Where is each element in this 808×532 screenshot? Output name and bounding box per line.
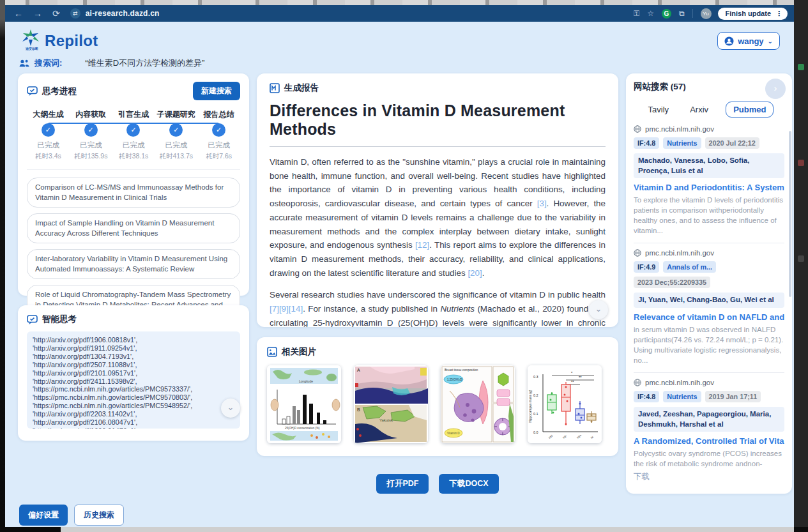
step-label: 内容获取 <box>70 109 112 120</box>
extensions-puzzle-icon[interactable]: ⧉ <box>679 9 685 18</box>
logo-caption: 迪安诊断 <box>19 47 45 50</box>
password-key-icon[interactable]: ⚿ <box>634 9 639 18</box>
topic-pill[interactable]: Comparison of LC-MS/MS and Immunoassay M… <box>27 178 240 208</box>
step-complete-check-icon: ✓ <box>212 123 225 137</box>
result-domain: pmc.ncbi.nlm.nih.gov <box>634 125 784 133</box>
citation-link[interactable]: [20] <box>468 268 482 278</box>
site-info-icon[interactable]: ⇄ <box>70 8 80 19</box>
result-title-link[interactable]: A Randomized, Controlled Trial of Vitami… <box>634 436 784 446</box>
tab-arxiv[interactable]: Arxiv <box>686 102 712 117</box>
result-snippet: Polycystic ovary syndrome (PCOS) increas… <box>634 449 784 469</box>
open-pdf-button[interactable]: 打开PDF <box>376 474 429 494</box>
url-log-box: 'http://arxiv.org/pdf/1906.00818v1','htt… <box>27 331 240 429</box>
tab-pubmed[interactable]: Pubmed <box>726 102 774 118</box>
url-log-line: 'http://arxiv.org/pdf/2507.11088v1', <box>33 361 234 369</box>
step-status: 已完成 <box>27 141 70 150</box>
journal-badge: Nutrients <box>663 137 701 149</box>
thumbnail-world-map-bar-chart[interactable]: Longitude 25(OH)D concentration (%) <box>267 365 341 443</box>
smart-thinking-title: 智能思考 <box>42 314 77 325</box>
svg-text:0.0: 0.0 <box>533 430 538 434</box>
svg-text:Longitude: Longitude <box>299 379 313 383</box>
user-menu-button[interactable]: wangy ⌄ <box>717 32 780 50</box>
thinking-progress-panel: 思考进程 新建搜索 大纲生成✓已完成耗时3.4s内容获取✓已完成耗时135.9s… <box>18 73 249 296</box>
search-tabs: TavilyArxivPubmed <box>634 102 784 118</box>
browser-menu-icon[interactable]: ⋮ <box>775 10 782 18</box>
date-badge: 2020 Jul 22;12 <box>705 137 759 149</box>
profile-avatar[interactable]: Yu <box>701 8 712 19</box>
progress-step: 内容获取✓已完成耗时135.9s <box>70 109 112 161</box>
impact-factor-badge: IF:4.9 <box>634 261 659 273</box>
progress-step: 子课题研究✓已完成耗时413.7s <box>155 109 197 161</box>
thumbnail-hippocampus-boxplot[interactable]: 0.0 0.1 0.2 0.3 Hippocampus mass (g) * *… <box>528 365 602 443</box>
result-title-link[interactable]: Vitamin D and Periodontitis: A Systemati… <box>634 183 784 192</box>
bookmark-star-icon[interactable]: ☆ <box>647 9 654 18</box>
result-divider <box>634 372 784 373</box>
url-log-line: 'https://pmc.ncbi.nlm.nih.gov/articles/P… <box>33 393 234 402</box>
svg-text:**: ** <box>571 380 574 384</box>
svg-text:Breast tissue composition: Breast tissue composition <box>445 369 478 372</box>
new-search-button[interactable]: 新建搜索 <box>193 82 240 100</box>
citation-link[interactable]: [3] <box>537 199 547 208</box>
tab-tavily[interactable]: Tavily <box>644 102 673 117</box>
step-complete-check-icon: ✓ <box>169 123 183 137</box>
history-search-button[interactable]: 历史搜索 <box>74 505 124 526</box>
report-actions: 打开PDF 下载DOCX <box>257 474 618 494</box>
progress-step: 大纲生成✓已完成耗时3.4s <box>27 109 70 161</box>
app-title: Repilot <box>45 32 98 50</box>
svg-text:Yakutsk: Yakutsk <box>379 418 393 422</box>
svg-text:0.1: 0.1 <box>533 412 538 416</box>
grammarly-extension-icon[interactable]: G <box>662 9 671 19</box>
search-result-item: pmc.ncbi.nlm.nih.govIF:4.9Annals of m...… <box>634 249 784 365</box>
browser-window: ← → ⟳ ⇄ ai-research.dazd.cn ⚿ ☆ G ⧉ Yu F… <box>5 5 794 527</box>
results-scrollbar[interactable] <box>789 131 791 297</box>
progress-steps: 大纲生成✓已完成耗时3.4s内容获取✓已完成耗时135.9s引言生成✓已完成耗时… <box>27 109 240 161</box>
chat-check-icon <box>27 315 38 324</box>
search-term-value: “维生素D不同方法学检测的差异” <box>85 57 204 69</box>
step-label: 大纲生成 <box>27 109 70 120</box>
smart-thinking-panel: 智能思考 'http://arxiv.org/pdf/1906.00818v1'… <box>18 305 249 441</box>
impact-factor-badge: IF:4.8 <box>634 391 659 402</box>
svg-text:**: ** <box>579 376 582 379</box>
download-docx-button[interactable]: 下载DOCX <box>439 474 498 494</box>
citation-link[interactable]: [12] <box>415 240 429 250</box>
reload-icon[interactable]: ⟳ <box>52 8 60 19</box>
result-authors: Javed, Zeeshan, Papageorgiou, Maria, Des… <box>634 407 784 432</box>
date-badge: 2023 Dec;55:2209335 <box>634 277 710 288</box>
citation-link[interactable]: [7][9][14] <box>270 304 303 314</box>
download-link[interactable]: 下载 <box>634 471 784 482</box>
step-label: 引言生成 <box>112 109 155 120</box>
step-status: 已完成 <box>197 141 240 150</box>
browser-toolbar: ← → ⟳ ⇄ ai-research.dazd.cn ⚿ ☆ G ⧉ Yu F… <box>5 5 794 22</box>
topic-pill[interactable]: Inter-laboratory Variability in Vitamin … <box>27 249 240 279</box>
thinking-panel-title: 思考进程 <box>42 86 77 97</box>
thumbnail-breast-tissue-diagram[interactable]: Breast tissue composition 1,25(OH)₂D Vit… <box>441 365 515 443</box>
url-log-line: 'http://arxiv.org/pdf/1304.7193v1', <box>33 353 234 361</box>
result-title-link[interactable]: Relevance of vitamin D on NAFLD and live… <box>634 312 784 322</box>
address-bar[interactable]: ai-research.dazd.cn <box>86 9 160 18</box>
search-term-row: 搜索词: “维生素D不同方法学检测的差异” <box>19 57 204 69</box>
footer-buttons: 偏好设置 历史搜索 <box>19 505 124 526</box>
user-name: wangy <box>738 36 763 46</box>
forward-icon[interactable]: → <box>33 8 42 19</box>
search-results: pmc.ncbi.nlm.nih.govIF:4.8Nutrients2020 … <box>634 124 784 469</box>
result-snippet: To explore the vitamin D levels of perio… <box>634 195 784 236</box>
collapse-chevron-button[interactable]: › <box>765 79 786 99</box>
journal-badge: Annals of m... <box>663 261 716 273</box>
finish-update-button[interactable]: Finish update ⋮ <box>718 8 788 20</box>
background-chip <box>798 255 804 262</box>
search-result-item: pmc.ncbi.nlm.nih.govIF:4.8Nutrients2019 … <box>634 379 784 469</box>
svg-text:25(OH)D concentration (%): 25(OH)D concentration (%) <box>285 427 320 430</box>
search-term-label: 搜索词: <box>34 57 62 69</box>
toolbar-divider <box>692 9 693 18</box>
globe-icon <box>634 125 641 133</box>
url-log-line: 'http://arxiv.org/pdf/2106.08047v1', <box>33 418 234 427</box>
title-divider <box>270 146 606 147</box>
expand-chevron-button[interactable]: ⌄ <box>221 399 240 418</box>
thumbnail-satellite-map[interactable]: A Yakutsk B <box>354 365 428 443</box>
scroll-down-chevron-button[interactable]: ⌄ <box>589 300 608 319</box>
preferences-button[interactable]: 偏好设置 <box>19 505 68 526</box>
report-paragraph: Several research studies have underscore… <box>270 288 606 327</box>
back-icon[interactable]: ← <box>14 8 23 19</box>
result-domain: pmc.ncbi.nlm.nih.gov <box>634 379 784 386</box>
topic-pill[interactable]: Impact of Sample Handling on Vitamin D M… <box>27 213 240 243</box>
